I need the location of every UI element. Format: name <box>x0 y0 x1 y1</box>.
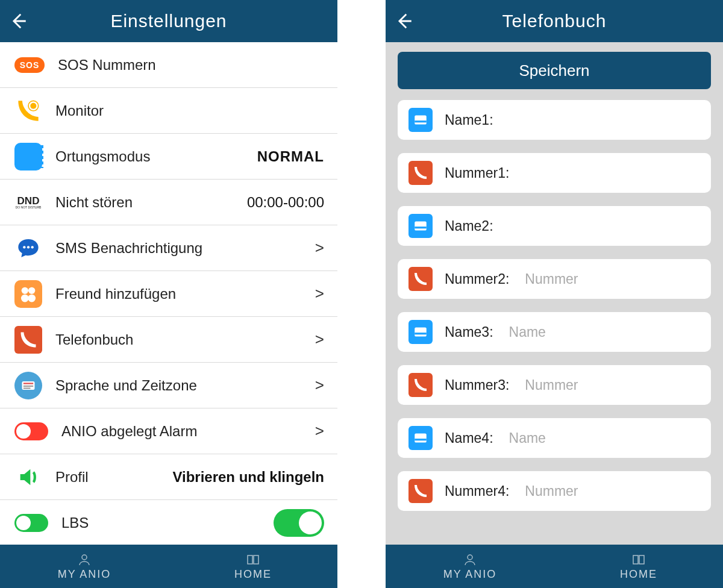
add-friend-icon <box>14 280 42 308</box>
nav-home-label: HOME <box>620 568 657 581</box>
back-button[interactable] <box>0 0 36 42</box>
row-phonebook[interactable]: Telefonbuch > <box>0 317 337 363</box>
field-placeholder: Nummer <box>525 377 578 393</box>
chevron-right-icon: > <box>311 376 324 395</box>
contact-name-field[interactable]: Name1: <box>398 100 711 140</box>
nav-my-anio-label: MY ANIO <box>443 568 497 581</box>
dnd-icon: DND DO NOT DISTURB <box>14 189 42 216</box>
row-monitor-label: Monitor <box>55 102 104 119</box>
svg-rect-10 <box>23 383 33 384</box>
settings-header: Einstellungen <box>0 0 337 42</box>
back-arrow-icon <box>393 11 414 31</box>
row-sos-label: SOS Nummern <box>58 57 156 74</box>
row-profil-label: Profil <box>55 469 89 486</box>
field-label: Nummer2: <box>445 271 509 287</box>
row-anio-alarm[interactable]: ANIO abgelegt Alarm > <box>0 408 337 454</box>
svg-rect-21 <box>415 439 427 440</box>
row-dnd-value: 00:00-00:00 <box>247 194 324 211</box>
svg-rect-12 <box>23 387 31 389</box>
row-location-mode[interactable]: Ortungsmodus NORMAL <box>0 134 337 180</box>
chevron-right-icon: > <box>311 422 324 440</box>
nav-my-anio[interactable]: MY ANIO <box>386 545 554 588</box>
svg-point-5 <box>22 287 28 293</box>
bottom-nav: MY ANIO HOME <box>386 545 723 588</box>
lbs-toggle[interactable] <box>274 509 324 537</box>
contact-number-field[interactable]: Nummer1: <box>398 153 711 193</box>
monitor-icon <box>14 97 42 125</box>
field-label: Name4: <box>445 430 493 446</box>
field-label: Name3: <box>445 324 493 340</box>
field-label: Name1: <box>445 112 493 128</box>
row-location-label: Ortungsmodus <box>55 148 150 165</box>
svg-point-22 <box>468 555 472 560</box>
field-placeholder: Nummer <box>525 271 578 287</box>
svg-rect-15 <box>415 120 427 122</box>
row-language-timezone[interactable]: Sprache und Zeitzone > <box>0 363 337 408</box>
phonebook-screen: Telefonbuch Speichern Name1:Nummer1:Name… <box>386 0 723 588</box>
chevron-right-icon: > <box>311 330 324 349</box>
phonebook-body: Speichern Name1:Nummer1:Name2:Nummer2:Nu… <box>386 42 723 545</box>
phonebook-list: Name1:Nummer1:Name2:Nummer2:NummerName3:… <box>398 100 711 511</box>
chevron-right-icon: > <box>311 284 324 303</box>
person-icon <box>77 552 92 567</box>
contact-name-field[interactable]: Name2: <box>398 206 711 246</box>
svg-point-13 <box>82 555 87 560</box>
contact-number-field[interactable]: Nummer4:Nummer <box>398 471 711 511</box>
field-label: Nummer3: <box>445 377 509 393</box>
language-timezone-icon <box>14 372 42 399</box>
row-monitor[interactable]: Monitor <box>0 88 337 134</box>
contact-card-icon <box>408 108 433 132</box>
row-lbs-label: LBS <box>61 514 89 531</box>
field-placeholder: Name <box>509 430 546 446</box>
svg-rect-17 <box>415 227 427 228</box>
save-button[interactable]: Speichern <box>398 52 711 89</box>
svg-rect-20 <box>415 433 427 442</box>
back-button[interactable] <box>386 0 422 42</box>
phone-icon <box>408 267 433 291</box>
location-mode-icon <box>14 143 42 170</box>
nav-my-anio[interactable]: MY ANIO <box>0 545 169 588</box>
contact-number-field[interactable]: Nummer3:Nummer <box>398 365 711 405</box>
contact-name-field[interactable]: Name3:Name <box>398 312 711 352</box>
svg-point-7 <box>21 294 29 302</box>
phone-icon <box>408 373 433 397</box>
settings-body: SOS SOS Nummern Monitor Ortungsmodus <box>0 42 337 545</box>
row-sms[interactable]: SMS Benachrichtigung > <box>0 225 337 271</box>
svg-rect-14 <box>415 115 427 124</box>
bottom-nav: MY ANIO HOME <box>0 545 337 588</box>
contact-card-icon <box>408 320 433 344</box>
sos-icon: SOS <box>14 57 45 73</box>
book-icon <box>631 552 646 567</box>
svg-point-4 <box>31 246 34 248</box>
row-lbs[interactable]: LBS <box>0 500 337 545</box>
contact-card-icon <box>408 214 433 238</box>
svg-point-6 <box>28 287 35 293</box>
field-label: Name2: <box>445 218 493 234</box>
svg-rect-18 <box>415 327 427 336</box>
profile-sound-icon <box>14 463 42 491</box>
row-dnd-label: Nicht stören <box>55 194 133 211</box>
settings-list: SOS SOS Nummern Monitor Ortungsmodus <box>0 42 337 545</box>
contact-card-icon <box>408 426 433 450</box>
row-profil[interactable]: Profil Vibrieren und klingeln <box>0 454 337 500</box>
svg-rect-16 <box>415 221 427 230</box>
row-sms-label: SMS Benachrichtigung <box>55 240 202 257</box>
row-sos[interactable]: SOS SOS Nummern <box>0 42 337 88</box>
phonebook-icon <box>14 326 42 354</box>
row-location-value: NORMAL <box>257 148 324 165</box>
row-alarm-label: ANIO abgelegt Alarm <box>61 423 197 440</box>
nav-home[interactable]: HOME <box>169 545 337 588</box>
row-add-friend[interactable]: Freund hinzufügen > <box>0 271 337 317</box>
field-placeholder: Nummer <box>525 483 578 499</box>
chevron-right-icon: > <box>311 239 324 257</box>
svg-point-8 <box>28 294 36 302</box>
contact-name-field[interactable]: Name4:Name <box>398 418 711 458</box>
field-label: Nummer4: <box>445 483 509 499</box>
settings-title: Einstellungen <box>0 11 337 31</box>
phonebook-header: Telefonbuch <box>386 0 723 42</box>
phone-icon <box>408 479 433 503</box>
nav-home[interactable]: HOME <box>554 545 723 588</box>
contact-number-field[interactable]: Nummer2:Nummer <box>398 259 711 299</box>
svg-rect-19 <box>415 333 427 334</box>
row-dnd[interactable]: DND DO NOT DISTURB Nicht stören 00:00-00… <box>0 180 337 225</box>
